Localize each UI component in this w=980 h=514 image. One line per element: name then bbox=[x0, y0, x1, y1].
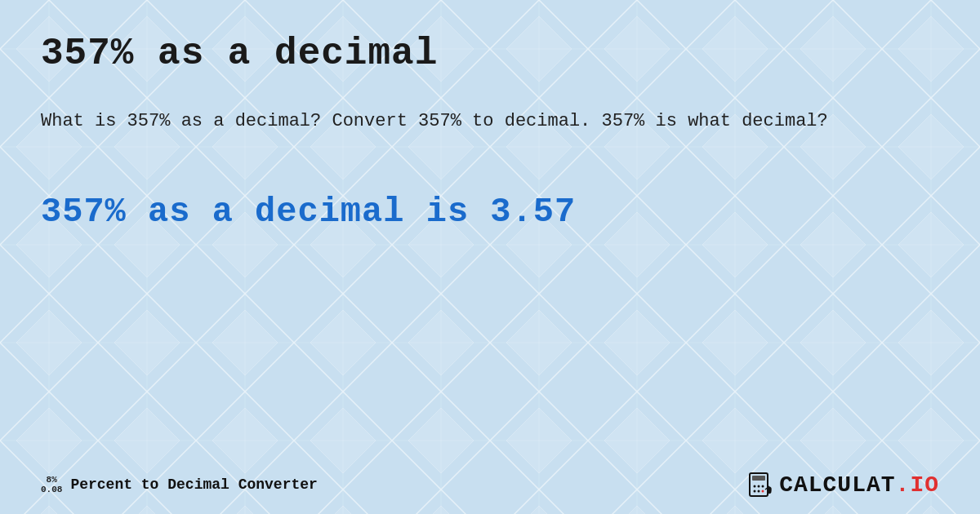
footer-left: 8% 0.08 Percent to Decimal Converter bbox=[41, 475, 318, 494]
svg-point-11 bbox=[758, 490, 760, 493]
footer-fraction: 8% 0.08 bbox=[41, 475, 62, 494]
fraction-top: 8% bbox=[47, 475, 57, 485]
page-description: What is 357% as a decimal? Convert 357% … bbox=[41, 108, 939, 135]
calculator-icon bbox=[746, 470, 776, 499]
footer-right: CALCULAT.IO bbox=[746, 470, 939, 499]
calculat-logo[interactable]: CALCULAT.IO bbox=[746, 470, 939, 499]
svg-point-10 bbox=[754, 490, 756, 493]
page-title: 357% as a decimal bbox=[41, 33, 939, 75]
logo-text: CALCULAT.IO bbox=[779, 472, 939, 498]
svg-point-12 bbox=[762, 490, 764, 493]
result-text: 357% as a decimal is 3.57 bbox=[41, 193, 939, 232]
svg-point-8 bbox=[758, 485, 760, 488]
svg-point-9 bbox=[762, 485, 764, 488]
svg-point-7 bbox=[754, 485, 756, 488]
footer: 8% 0.08 Percent to Decimal Converter C bbox=[41, 470, 939, 499]
footer-label: Percent to Decimal Converter bbox=[70, 476, 317, 493]
fraction-bottom: 0.08 bbox=[41, 485, 62, 494]
result-section: 357% as a decimal is 3.57 bbox=[41, 193, 939, 232]
svg-rect-6 bbox=[752, 476, 765, 481]
